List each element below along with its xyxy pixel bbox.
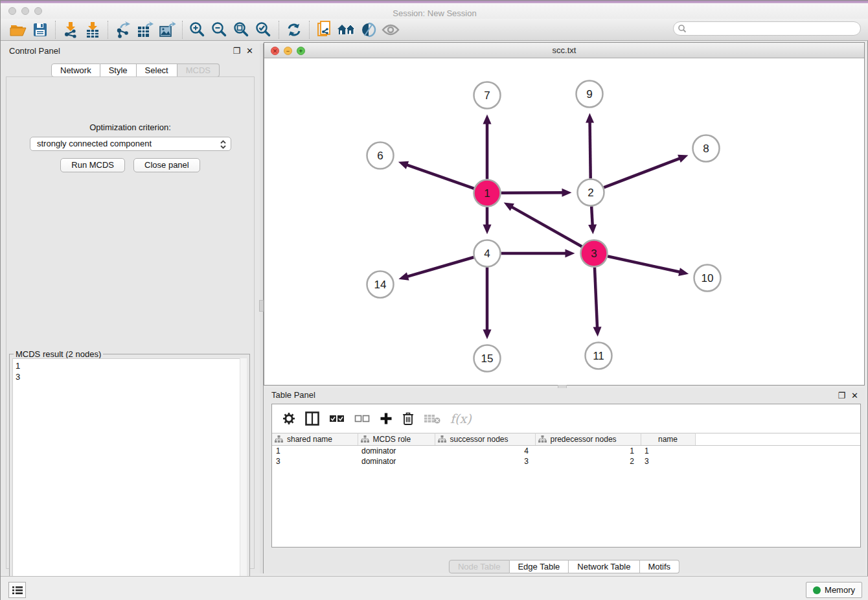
add-row-icon[interactable]	[380, 412, 393, 425]
tab-edge-table[interactable]: Edge Table	[509, 560, 569, 573]
tab-select[interactable]: Select	[137, 63, 177, 77]
optimization-criterion-label: Optimization criterion:	[6, 122, 254, 132]
network-view-window: ✕ − + scc.txt 7968124314101511	[264, 42, 865, 386]
table-row[interactable]: 3 dominator 3 2 3	[272, 456, 860, 467]
network-graph[interactable]: 7968124314101511	[264, 58, 864, 385]
table-toolbar: f(x)	[272, 404, 860, 433]
column-header-predecessor-nodes[interactable]: predecessor nodes	[535, 433, 641, 446]
graph-node-label-1: 1	[484, 187, 490, 200]
mcds-result-text[interactable]: 1 3	[12, 358, 247, 595]
search-input[interactable]	[673, 21, 861, 36]
node-table-container: f(x) shared name MCDS role successor nod…	[271, 404, 861, 548]
style-preview-icon[interactable]	[358, 20, 380, 40]
tab-style[interactable]: Style	[100, 63, 137, 77]
select-all-icon[interactable]	[329, 414, 345, 423]
graph-arrowhead-1-6	[398, 161, 409, 169]
table-panel-title: Table Panel	[271, 390, 315, 400]
graph-edge-1-6[interactable]	[406, 165, 474, 189]
graph-arrowhead-1-7	[483, 115, 492, 124]
graph-node-label-7: 7	[484, 89, 490, 102]
import-table-icon[interactable]	[82, 20, 104, 40]
header-filler	[695, 433, 860, 446]
memory-label: Memory	[825, 585, 855, 595]
function-builder-icon[interactable]: f(x)	[450, 411, 472, 426]
control-panel-tabs: Network Style Select MCDS	[51, 63, 220, 77]
export-image-icon[interactable]	[156, 20, 178, 40]
zoom-in-icon[interactable]	[187, 20, 209, 40]
network-canvas[interactable]: 7968124314101511	[264, 58, 864, 385]
column-browser-icon[interactable]	[305, 411, 319, 426]
criterion-select[interactable]: strongly connected component	[30, 137, 231, 151]
graph-edge-2-8[interactable]	[604, 158, 680, 187]
graph-edge-3-10[interactable]	[608, 257, 680, 272]
result-scrollbar[interactable]	[240, 358, 247, 595]
graph-node-label-9: 9	[586, 88, 592, 100]
task-history-button[interactable]	[8, 582, 26, 598]
column-header-successor-nodes[interactable]: successor nodes	[435, 433, 535, 446]
home-icon[interactable]	[336, 20, 358, 40]
tab-motifs[interactable]: Motifs	[639, 560, 680, 573]
main-toolbar	[1, 19, 868, 41]
mcds-panel: Optimization criterion: strongly connect…	[6, 76, 255, 569]
node-table: shared name MCDS role successor nodes pr…	[272, 433, 860, 467]
application-window: Session: New Session	[0, 0, 868, 600]
mcds-result-title: MCDS result (2 nodes)	[14, 349, 103, 359]
export-table-icon[interactable]	[134, 20, 156, 40]
tab-node-table[interactable]: Node Table	[449, 560, 510, 573]
control-panel: Control Panel ❐ ✕ Network Style Select M…	[1, 43, 260, 573]
close-panel-icon[interactable]: ✕	[246, 46, 253, 56]
network-window-title: scc.txt	[264, 43, 864, 58]
graph-arrowhead-2-9	[586, 113, 594, 122]
float-panel-icon[interactable]: ❐	[233, 46, 240, 56]
memory-button[interactable]: Memory	[806, 582, 862, 598]
column-header-name[interactable]: name	[641, 433, 695, 446]
graph-arrowhead-1-4	[483, 225, 492, 235]
delete-row-icon[interactable]	[402, 411, 414, 426]
import-network-icon[interactable]	[60, 20, 82, 40]
graph-edge-2-3[interactable]	[591, 206, 593, 225]
graph-edge-3-1[interactable]	[511, 207, 582, 247]
graph-arrowhead-1-2	[562, 189, 571, 197]
graph-node-label-3: 3	[591, 248, 597, 260]
network-from-selection-icon[interactable]	[314, 20, 336, 40]
graph-edge-2-9[interactable]	[590, 121, 591, 178]
toolbar-separator	[309, 21, 310, 39]
graph-edge-3-11[interactable]	[595, 267, 597, 328]
graph-edge-1-2[interactable]	[501, 192, 563, 193]
graph-node-label-8: 8	[703, 143, 709, 155]
graph-edge-4-14[interactable]	[407, 257, 474, 277]
close-table-panel-icon[interactable]: ✕	[851, 391, 858, 400]
float-table-panel-icon[interactable]: ❐	[838, 391, 845, 400]
run-mcds-button[interactable]: Run MCDS	[60, 158, 125, 172]
delete-table-icon[interactable]	[424, 413, 440, 424]
eye-icon[interactable]	[380, 20, 402, 40]
column-header-shared-name[interactable]: shared name	[272, 433, 358, 446]
unselect-all-icon[interactable]	[354, 414, 370, 423]
chevron-updown-icon	[220, 139, 227, 150]
export-network-icon[interactable]	[112, 20, 134, 40]
gear-icon[interactable]	[282, 412, 295, 425]
graph-node-label-2: 2	[588, 187, 593, 199]
tab-network[interactable]: Network	[51, 63, 100, 77]
refresh-icon[interactable]	[283, 20, 305, 40]
close-panel-button[interactable]: Close panel	[133, 158, 200, 172]
vertical-splitter-handle[interactable]	[259, 300, 264, 312]
control-panel-title: Control Panel	[9, 46, 60, 56]
mcds-result-box: MCDS result (2 nodes) 1 3	[9, 354, 250, 599]
zoom-out-icon[interactable]	[209, 20, 231, 40]
tab-mcds[interactable]: MCDS	[177, 63, 220, 77]
toolbar-separator	[55, 21, 56, 39]
open-folder-icon[interactable]	[7, 20, 29, 40]
graph-node-label-10: 10	[702, 272, 714, 284]
tab-network-table[interactable]: Network Table	[569, 560, 639, 573]
table-row[interactable]: 1 dominator 4 1 1	[272, 446, 860, 456]
column-header-mcds-role[interactable]: MCDS role	[358, 433, 435, 446]
toolbar-separator	[279, 21, 279, 39]
table-panel-tabs: Node Table Edge Table Network Table Moti…	[449, 560, 680, 573]
save-icon[interactable]	[29, 20, 51, 40]
graph-arrowhead-4-15	[483, 330, 492, 340]
memory-status-icon	[813, 586, 821, 594]
zoom-selected-icon[interactable]	[253, 20, 275, 40]
graph-node-label-6: 6	[377, 150, 383, 162]
zoom-fit-icon[interactable]	[231, 20, 253, 40]
